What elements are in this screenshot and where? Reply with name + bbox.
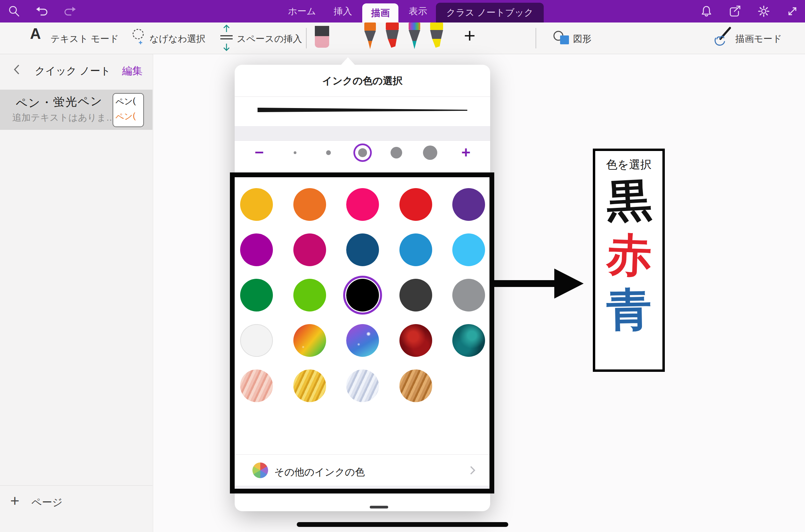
page-snippet: 追加テキストはありま… [12, 111, 115, 124]
stroke-size-option-5[interactable] [423, 146, 437, 160]
draw-ribbon [0, 22, 805, 54]
undo-icon[interactable] [35, 5, 48, 18]
edit-button[interactable]: 編集 [122, 64, 143, 78]
eraser-tool[interactable] [312, 25, 332, 49]
handwritten-red: 赤 [605, 227, 653, 284]
top-app-bar: ホーム 挿入 描画 表示 クラス ノートブック [0, 0, 805, 22]
ink-color-popup: インクの色の選択 − + その他のインクの色 [235, 65, 490, 511]
divider [235, 96, 490, 97]
ink-color-pink[interactable] [346, 188, 379, 221]
color-select-label: 色を選択 [595, 157, 662, 172]
orange-pen-tool[interactable] [361, 22, 379, 52]
handwritten-colors: 黒赤青 [595, 173, 662, 337]
divider [235, 178, 490, 178]
red-highlighter-tool[interactable] [383, 22, 401, 52]
popup-title: インクの色の選択 [235, 74, 490, 88]
lasso-select-button[interactable]: なげなわ選択 [149, 33, 206, 45]
tab-home[interactable]: ホーム [279, 0, 325, 22]
thumbnail-ink-orange: ペン( [115, 110, 136, 123]
chevron-right-icon [470, 466, 476, 475]
handwritten-black: 黒 [605, 172, 653, 229]
ink-color-gold[interactable] [293, 369, 326, 402]
ink-color-blue[interactable] [399, 233, 432, 266]
ink-color-garnet-red[interactable] [399, 324, 432, 357]
add-page-label: ページ [31, 496, 62, 510]
stroke-size-option-4[interactable] [391, 147, 402, 158]
more-ink-colors-label: その他のインクの色 [274, 466, 365, 479]
ink-color-rose-gold[interactable] [240, 369, 273, 402]
draw-mode-button[interactable]: 描画モード [735, 33, 782, 45]
ink-color-black[interactable] [346, 279, 379, 311]
ink-color-magenta[interactable] [240, 233, 273, 266]
tab-draw[interactable]: 描画 [362, 3, 398, 22]
ink-color-gray[interactable] [452, 279, 485, 311]
text-mode-button[interactable]: テキスト モード [50, 33, 119, 45]
stroke-size-option-1[interactable] [294, 151, 296, 154]
insert-space-button[interactable]: スペースの挿入 [237, 33, 302, 45]
toolbar-separator [536, 28, 536, 48]
ink-color-purple[interactable] [452, 188, 485, 221]
color-select-annotation-box: 色を選択 黒赤青 [593, 149, 665, 372]
page-list-item-selected[interactable]: ペン・蛍光ペン 追加テキストはありま… ペン( ペン( [0, 90, 152, 130]
color-wheel-icon [252, 462, 268, 478]
shapes-button[interactable]: 図形 [573, 33, 591, 45]
stroke-size-option-3[interactable] [358, 148, 367, 157]
insert-space-icon[interactable] [219, 25, 234, 52]
chevron-left-icon[interactable] [13, 64, 20, 75]
search-icon[interactable] [8, 5, 20, 18]
ink-color-red[interactable] [399, 188, 432, 221]
ink-color-dark-gray[interactable] [399, 279, 432, 311]
rainbow-pen-tool[interactable] [405, 22, 424, 52]
shapes-icon[interactable] [553, 30, 570, 46]
ink-color-white[interactable] [240, 324, 273, 357]
divider [235, 140, 490, 141]
ink-color-rainbow-glitter[interactable] [293, 324, 326, 357]
popup-section-gap [235, 486, 490, 492]
ink-color-green[interactable] [240, 279, 273, 311]
annotation-arrow-icon [494, 267, 586, 301]
add-page-button[interactable]: + ページ [10, 493, 99, 514]
ribbon-tabs: ホーム 挿入 描画 表示 クラス ノートブック [279, 0, 544, 22]
ink-color-light-green[interactable] [293, 279, 326, 311]
lasso-select-icon[interactable] [131, 28, 146, 46]
ink-color-bronze[interactable] [399, 369, 432, 402]
thumbnail-ink-black: ペン( [115, 95, 136, 108]
ink-color-dark-blue[interactable] [346, 233, 379, 266]
handwritten-blue: 青 [606, 282, 652, 337]
plus-icon: + [10, 491, 19, 510]
ink-color-light-blue[interactable] [452, 233, 485, 266]
share-icon[interactable] [729, 5, 742, 18]
popup-section-gap [235, 126, 490, 140]
stroke-size-increase-button[interactable]: + [456, 143, 475, 162]
ink-color-yellow[interactable] [240, 188, 273, 221]
redo-icon[interactable] [63, 5, 76, 18]
yellow-highlighter-tool[interactable] [427, 22, 446, 52]
tab-insert[interactable]: 挿入 [325, 0, 361, 22]
add-pen-button[interactable]: + [464, 24, 475, 47]
tab-class-notebook[interactable]: クラス ノートブック [436, 3, 544, 22]
expand-icon[interactable] [786, 5, 799, 18]
ink-color-grid [235, 188, 490, 427]
more-ink-colors-row[interactable]: その他のインクの色 [235, 455, 490, 485]
stroke-preview [258, 106, 467, 116]
sidebar-divider [0, 485, 152, 486]
page-thumbnail: ペン( ペン( [113, 93, 144, 127]
tab-view[interactable]: 表示 [400, 0, 436, 22]
popup-drag-handle[interactable] [370, 506, 388, 508]
popup-caret [340, 57, 355, 65]
stroke-size-decrease-button[interactable]: − [250, 143, 269, 162]
ink-color-orange[interactable] [293, 188, 326, 221]
ink-color-silver[interactable] [346, 369, 379, 402]
toolbar-separator [306, 28, 307, 48]
ink-color-raspberry[interactable] [293, 233, 326, 266]
home-indicator[interactable] [297, 522, 508, 527]
stroke-size-option-2[interactable] [326, 150, 331, 155]
page-title-handwritten: ペン・蛍光ペン [15, 93, 103, 111]
text-mode-icon: A [30, 25, 41, 42]
bell-icon[interactable] [700, 5, 713, 18]
gear-icon[interactable] [757, 5, 770, 18]
ink-color-galaxy[interactable] [346, 324, 379, 357]
sidebar-title: クイック ノート [35, 64, 111, 78]
ink-color-ocean-teal[interactable] [452, 324, 485, 357]
draw-mode-icon[interactable] [713, 27, 733, 48]
